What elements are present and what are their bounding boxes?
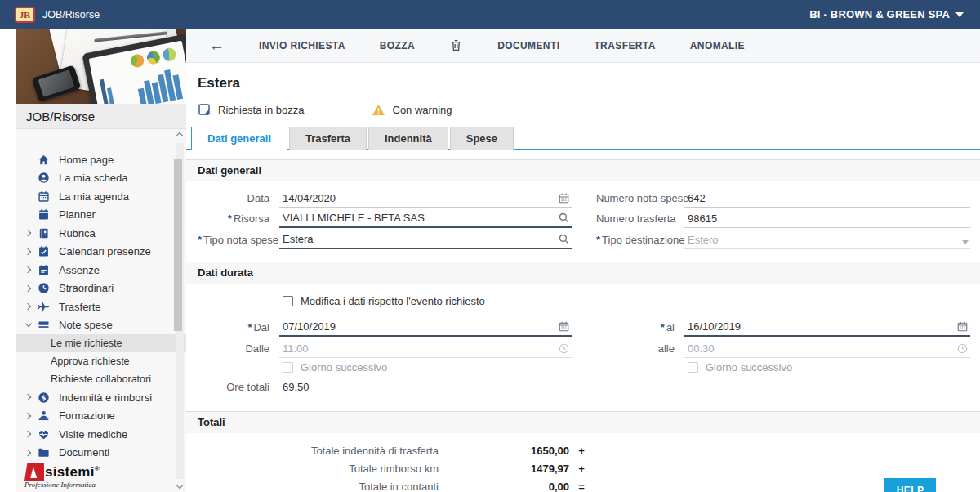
modifica-checkbox-row: Modifica i dati rispetto l'evento richie… (283, 295, 485, 307)
warning-icon (372, 104, 385, 116)
sidebar-item-trasferte[interactable]: Trasferte (16, 297, 186, 316)
sidebar-item-la-mia-agenda[interactable]: La mia agenda (16, 187, 186, 206)
chevron-right-icon[interactable] (23, 228, 33, 239)
field-numero-nota-spese-input[interactable]: 642 (684, 192, 970, 208)
delete-button[interactable] (449, 38, 463, 52)
chevron-right-icon[interactable] (23, 392, 33, 403)
field-alle-label: alle (596, 342, 684, 358)
dropdown-caret-icon (962, 240, 969, 244)
sidebar-item-planner[interactable]: Planner (16, 206, 186, 225)
sidebar-item-visite-mediche[interactable]: Visite mediche (16, 425, 186, 444)
chevron-spacer (23, 154, 33, 165)
company-selector[interactable]: BI - BROWN & GREEN SPA (809, 8, 964, 20)
calendar-picker-icon[interactable] (956, 320, 969, 333)
section-totali-title: Totali (186, 411, 980, 433)
calendar-picker-icon[interactable] (558, 320, 570, 333)
field-dal-value: 07/10/2019 (283, 320, 336, 333)
calendar-picker-icon[interactable] (558, 192, 570, 204)
sidebar-item-assenze[interactable]: Assenze (16, 261, 186, 280)
chevron-right-icon[interactable] (23, 447, 33, 458)
field-numero-nota-spese-label: Numero nota spese (596, 192, 684, 208)
chevron-right-icon[interactable] (23, 302, 33, 312)
section-dati-generali-title: Dati generali (186, 159, 980, 181)
modifica-checkbox-wrap: Modifica i dati rispetto l'evento richie… (279, 295, 572, 310)
totali-value: 0,00 (439, 481, 569, 492)
search-icon[interactable] (558, 233, 570, 245)
chevron-right-icon[interactable] (23, 265, 33, 275)
field-tipo-nota-spese-input[interactable]: Estera (279, 233, 572, 249)
tab-dati-generali[interactable]: Dati generali (191, 127, 287, 150)
field-al: *al 16/10/2019 (596, 316, 970, 338)
chevron-spacer (23, 172, 33, 183)
field-dal-input[interactable]: 07/10/2019 (279, 320, 572, 337)
field-numero-trasferta-input[interactable]: 98615 (684, 212, 970, 228)
sidebar-item-home-page[interactable]: Home page (16, 150, 186, 169)
photo-phone-screen (38, 69, 75, 96)
back-button[interactable]: ← (209, 38, 225, 53)
chevron-spacer (23, 191, 33, 202)
chevron-right-icon[interactable] (23, 429, 33, 440)
scroll-up-icon[interactable] (175, 130, 185, 140)
chevron-right-icon[interactable] (23, 410, 33, 421)
sidebar-item-documenti[interactable]: Documenti (16, 444, 186, 463)
field-al-value: 16/10/2019 (688, 320, 741, 333)
help-button[interactable]: HELP (884, 478, 936, 492)
sidebar-item-rubrica[interactable]: Rubrica (16, 224, 186, 243)
sidebar-item-calendari-presenze[interactable]: Calendari presenze (16, 243, 186, 262)
status-row: Richiesta in bozza Con warning (198, 103, 980, 116)
status-warning: Con warning (372, 104, 452, 116)
bozza-button[interactable]: BOZZA (380, 40, 415, 51)
modifica-checkbox[interactable] (283, 296, 293, 306)
field-numero-trasferta-value: 98615 (688, 212, 717, 225)
scrollbar-thumb[interactable] (174, 159, 182, 331)
scrollbar-track[interactable] (176, 143, 184, 479)
chevron-right-icon[interactable] (23, 246, 33, 257)
invio-richiesta-button[interactable]: INVIO RICHIESTA (259, 40, 345, 51)
tab-spese[interactable]: Spese (450, 127, 514, 150)
documenti-button[interactable]: DOCUMENTI (497, 40, 559, 51)
tab-indennita[interactable]: Indennità (368, 127, 448, 150)
chevron-down-icon (956, 12, 964, 17)
search-icon[interactable] (558, 212, 570, 224)
totali-value: 1650,00 (439, 445, 569, 457)
sidebar-item-label: Planner (59, 208, 96, 221)
sidebar-item-note-spese[interactable]: Note spese (16, 316, 186, 335)
chevron-right-icon[interactable] (23, 283, 33, 293)
sidebar-item-straordinari[interactable]: Straordinari (16, 280, 186, 298)
sidebar-scrollbar[interactable] (174, 130, 185, 492)
sidebar-item-la-mia-scheda[interactable]: La mia scheda (16, 169, 186, 188)
totali-value: 1479,97 (439, 463, 569, 475)
trasferta-button[interactable]: TRASFERTA (594, 40, 655, 51)
field-risorsa: *Risorsa VIALLI MICHELE - BETA SAS (198, 208, 572, 229)
sidebar-item-indennita-e-rimborsi[interactable]: $ Indennità e rimborsi (16, 388, 186, 407)
tab-trasferta[interactable]: Trasferta (289, 127, 367, 150)
required-marker: * (661, 321, 665, 333)
required-marker: * (247, 321, 252, 333)
scroll-down-icon[interactable] (175, 482, 185, 492)
medical-heart-icon (38, 427, 51, 441)
planner-calendar-icon (38, 208, 51, 221)
field-ore-totali-input[interactable]: 69,50 (279, 381, 572, 396)
sistemi-logo-icon (24, 463, 44, 481)
field-al-input[interactable]: 16/10/2019 (684, 320, 970, 337)
sidebar-item-label: Indennità e rimborsi (59, 391, 152, 404)
calendar-check-icon (38, 245, 51, 258)
field-risorsa-label-text: Risorsa (234, 212, 270, 225)
sidebar-subitem-approva-richieste[interactable]: Approva richieste (16, 352, 186, 370)
folder-icon (38, 446, 51, 459)
field-risorsa-input[interactable]: VIALLI MICHELE - BETA SAS (279, 212, 572, 228)
sidebar-subitem-le-mie-richieste[interactable]: Le mie richieste (16, 334, 186, 352)
chevron-spacer (23, 209, 33, 220)
sidebar-subitem-richieste-collaboratori[interactable]: Richieste collaboratori (16, 370, 186, 388)
sidebar-item-label: Documenti (59, 446, 109, 458)
sidebar-item-formazione[interactable]: Formazione (16, 407, 186, 426)
field-numero-nota-spese: Numero nota spese 642 (596, 186, 970, 208)
anomalie-button[interactable]: ANOMALIE (690, 40, 745, 51)
app-name: JOB/Risorse (42, 9, 100, 20)
field-data-input[interactable]: 14/04/2020 (279, 192, 572, 208)
sidebar-brand-title: JOB/Risorse (16, 104, 186, 129)
sidebar-panel: JOB/Risorse Home page La mia scheda La m… (16, 29, 186, 492)
sidebar-item-label: Note spese (59, 319, 113, 331)
label-spacer (198, 373, 279, 376)
chevron-down-icon[interactable] (23, 320, 33, 330)
